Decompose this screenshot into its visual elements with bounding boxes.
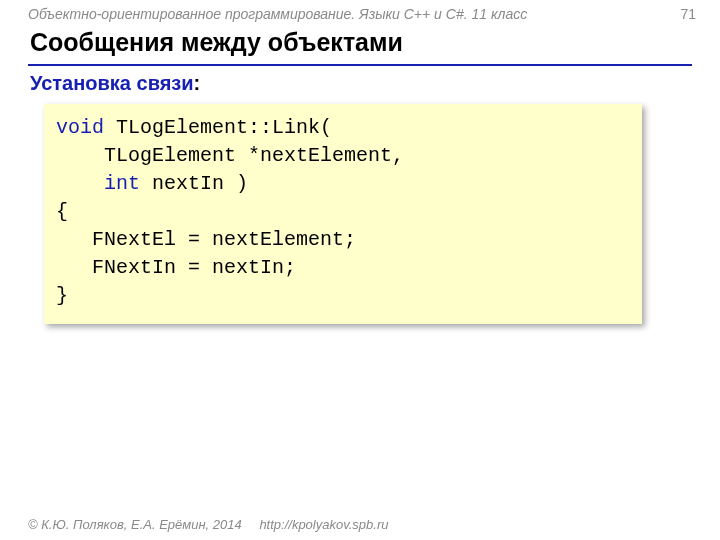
- subtitle-colon: :: [194, 72, 201, 94]
- code-line-4: {: [56, 200, 68, 223]
- subtitle-text: Установка связи: [30, 72, 194, 94]
- code-line-2: TLogElement *nextElement,: [56, 144, 404, 167]
- page-number: 71: [680, 6, 696, 22]
- slide-title: Сообщения между объектами: [30, 28, 403, 57]
- code-line-6: FNextIn = nextIn;: [56, 256, 296, 279]
- title-rule: [28, 64, 692, 66]
- keyword-int: int: [104, 172, 140, 195]
- breadcrumb: Объектно-ориентированное программировани…: [28, 6, 527, 22]
- footer-url: http://kpolyakov.spb.ru: [259, 517, 388, 532]
- code-line-3-prefix: [56, 172, 104, 195]
- keyword-void: void: [56, 116, 104, 139]
- code-line-5: FNextEl = nextElement;: [56, 228, 356, 251]
- footer: © К.Ю. Поляков, Е.А. Ерёмин, 2014 http:/…: [28, 517, 388, 532]
- footer-copyright: © К.Ю. Поляков, Е.А. Ерёмин, 2014: [28, 517, 242, 532]
- code-block: void TLogElement::Link( TLogElement *nex…: [44, 104, 642, 324]
- code-sig-rest: TLogElement::Link(: [104, 116, 332, 139]
- section-subtitle: Установка связи:: [30, 72, 200, 95]
- code-line-3-rest: nextIn ): [140, 172, 248, 195]
- code-line-7: }: [56, 284, 68, 307]
